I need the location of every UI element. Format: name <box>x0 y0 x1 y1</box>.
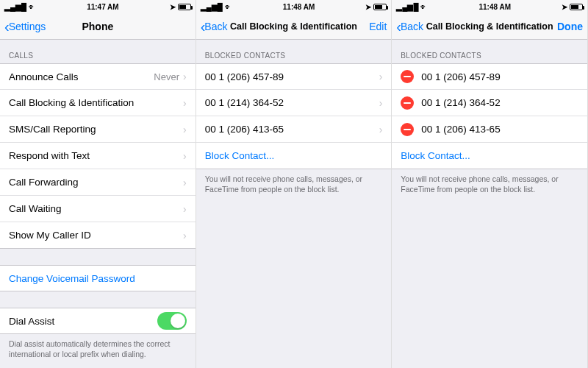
row-caller-id[interactable]: Show My Caller ID › <box>0 222 196 249</box>
row-label: Dial Assist <box>9 316 157 327</box>
navbar: ‹ Back Call Blocking & Identification Ed… <box>196 13 392 40</box>
signal-icon: ▂▄▆█ <box>201 3 223 11</box>
chevron-right-icon: › <box>379 124 383 135</box>
contact-number: 00 1 (206) 457-89 <box>421 71 578 82</box>
status-left: ▂▄▆█ ᯤ <box>4 3 36 11</box>
status-right: ➤ <box>170 3 191 11</box>
wifi-icon: ᯤ <box>225 3 232 11</box>
edit-button[interactable]: Edit <box>369 21 387 32</box>
chevron-right-icon: › <box>183 124 187 135</box>
delete-icon[interactable] <box>401 96 414 110</box>
contact-number: 00 1 (206) 413-65 <box>205 124 379 135</box>
row-announce-calls[interactable]: Announce Calls Never › <box>0 63 196 90</box>
back-button[interactable]: ‹ Settings <box>4 19 46 34</box>
row-label: Respond with Text <box>9 150 183 161</box>
chevron-right-icon: › <box>183 203 187 215</box>
screen-blocking-view: ▂▄▆█ ᯤ 11:48 AM ➤ ‹ Back Call Blocking &… <box>196 0 392 368</box>
blocked-list: 00 1 (206) 457-89 › 00 1 (214) 364-52 › … <box>196 63 392 169</box>
row-sms-reporting[interactable]: SMS/Call Reporting › <box>0 116 196 143</box>
status-time: 11:48 AM <box>428 3 561 11</box>
row-dial-assist[interactable]: Dial Assist <box>0 308 196 334</box>
chevron-right-icon: › <box>183 97 187 109</box>
status-bar: ▂▄▆█ ᯤ 11:48 AM ➤ <box>392 0 587 13</box>
row-call-blocking[interactable]: Call Blocking & Identification › <box>0 90 196 116</box>
row-label: Block Contact... <box>401 150 578 161</box>
back-label: Back <box>401 21 423 32</box>
contact-number: 00 1 (206) 457-89 <box>205 71 379 82</box>
contact-number: 00 1 (214) 364-52 <box>421 97 578 108</box>
row-label: Change Voicemail Password <box>9 273 187 284</box>
status-bar: ▂▄▆█ ᯤ 11:47 AM ➤ <box>0 0 196 13</box>
row-label: Call Waiting <box>9 203 183 214</box>
row-label: SMS/Call Reporting <box>9 124 183 135</box>
back-button[interactable]: ‹ Back <box>396 19 423 34</box>
row-call-forwarding[interactable]: Call Forwarding › <box>0 169 196 196</box>
signal-icon: ▂▄▆█ <box>396 3 418 11</box>
location-icon: ➤ <box>170 3 176 11</box>
blocked-contact-row: 00 1 (206) 457-89 <box>392 63 587 90</box>
chevron-right-icon: › <box>379 97 383 109</box>
screen-blocking-edit: ▂▄▆█ ᯤ 11:48 AM ➤ ‹ Back Call Blocking &… <box>392 0 588 368</box>
row-label: Show My Caller ID <box>9 230 183 241</box>
status-right: ➤ <box>365 3 387 11</box>
back-button[interactable]: ‹ Back <box>201 19 228 34</box>
chevron-right-icon: › <box>379 71 383 82</box>
row-call-waiting[interactable]: Call Waiting › <box>0 196 196 222</box>
back-label: Settings <box>9 21 46 32</box>
delete-icon[interactable] <box>401 123 414 136</box>
blocked-contact-row: 00 1 (214) 364-52 <box>392 90 587 116</box>
location-icon: ➤ <box>562 3 567 11</box>
chevron-right-icon: › <box>183 150 187 162</box>
block-contact-button[interactable]: Block Contact... <box>196 143 392 169</box>
blocked-contact-row: 00 1 (206) 413-65 <box>392 116 587 143</box>
wifi-icon: ᯤ <box>420 3 428 11</box>
battery-icon <box>178 4 191 10</box>
block-footer-note: You will not receive phone calls, messag… <box>196 169 392 202</box>
section-header-blocked: BLOCKED CONTACTS <box>392 40 587 63</box>
chevron-right-icon: › <box>183 177 187 188</box>
navbar: ‹ Settings Phone <box>0 13 196 40</box>
status-right: ➤ <box>562 3 583 11</box>
blocked-contact-row[interactable]: 00 1 (214) 364-52 › <box>196 90 392 116</box>
contact-number: 00 1 (214) 364-52 <box>205 97 379 108</box>
signal-icon: ▂▄▆█ <box>4 3 26 11</box>
row-label: Block Contact... <box>205 150 383 161</box>
calls-list: Announce Calls Never › Call Blocking & I… <box>0 63 196 249</box>
row-respond-text[interactable]: Respond with Text › <box>0 143 196 169</box>
blocked-list-edit: 00 1 (206) 457-89 00 1 (214) 364-52 00 1… <box>392 63 587 169</box>
screen-phone-settings: ▂▄▆█ ᯤ 11:47 AM ➤ ‹ Settings Phone CALLS… <box>0 0 196 368</box>
block-footer-note: You will not receive phone calls, messag… <box>392 169 587 202</box>
row-label: Announce Calls <box>9 71 154 82</box>
block-contact-button[interactable]: Block Contact... <box>392 143 587 169</box>
status-bar: ▂▄▆█ ᯤ 11:48 AM ➤ <box>196 0 392 13</box>
status-left: ▂▄▆█ ᯤ <box>396 3 428 11</box>
status-time: 11:47 AM <box>36 3 169 11</box>
location-icon: ➤ <box>365 3 371 11</box>
done-button[interactable]: Done <box>557 21 583 32</box>
blocked-contact-row[interactable]: 00 1 (206) 457-89 › <box>196 63 392 90</box>
dial-assist-note: Dial assist automatically determines the… <box>0 334 196 367</box>
row-label: Call Blocking & Identification <box>9 97 183 108</box>
dial-assist-toggle[interactable] <box>157 312 187 330</box>
voicemail-list: Change Voicemail Password <box>0 265 196 291</box>
row-label: Call Forwarding <box>9 177 183 188</box>
delete-icon[interactable] <box>401 70 414 83</box>
wifi-icon: ᯤ <box>29 3 36 11</box>
row-change-voicemail-password[interactable]: Change Voicemail Password <box>0 265 196 291</box>
status-time: 11:48 AM <box>232 3 365 11</box>
status-left: ▂▄▆█ ᯤ <box>201 3 232 11</box>
back-label: Back <box>204 21 227 32</box>
blocked-contact-row[interactable]: 00 1 (206) 413-65 › <box>196 116 392 143</box>
chevron-right-icon: › <box>183 71 187 82</box>
row-detail: Never <box>154 71 179 82</box>
battery-icon <box>570 4 583 10</box>
navbar: ‹ Back Call Blocking & Identification Do… <box>392 13 587 40</box>
dialassist-list: Dial Assist <box>0 308 196 334</box>
contact-number: 00 1 (206) 413-65 <box>421 124 578 135</box>
section-header-blocked: BLOCKED CONTACTS <box>196 40 392 63</box>
section-header-calls: CALLS <box>0 40 196 63</box>
chevron-right-icon: › <box>183 230 187 241</box>
battery-icon <box>373 4 387 10</box>
